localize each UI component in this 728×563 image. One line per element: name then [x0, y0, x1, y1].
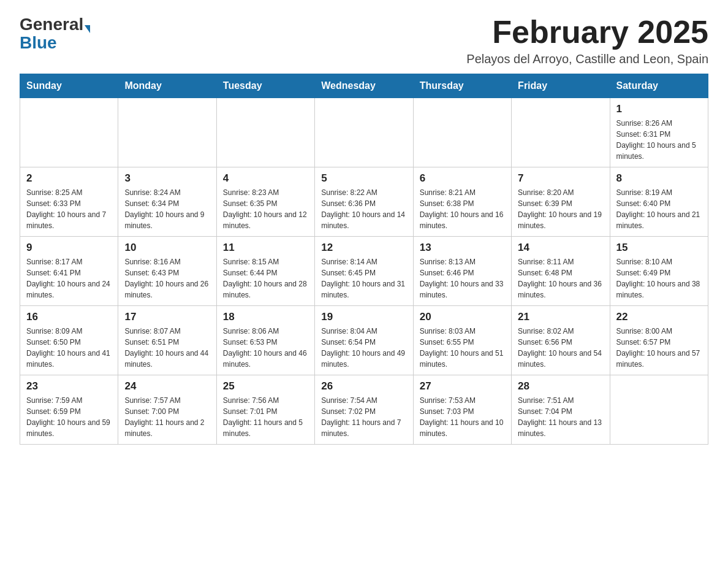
day-detail: Sunrise: 8:07 AMSunset: 6:51 PMDaylight:…: [124, 326, 210, 370]
day-detail: Sunrise: 8:23 AMSunset: 6:35 PMDaylight:…: [223, 187, 308, 231]
calendar-cell: 8Sunrise: 8:19 AMSunset: 6:40 PMDaylight…: [610, 167, 708, 237]
calendar-week-row: 23Sunrise: 7:59 AMSunset: 6:59 PMDayligh…: [20, 375, 708, 445]
calendar-cell: 12Sunrise: 8:14 AMSunset: 6:45 PMDayligh…: [315, 237, 413, 306]
calendar-cell: 1Sunrise: 8:26 AMSunset: 6:31 PMDaylight…: [610, 98, 708, 167]
calendar-cell: 5Sunrise: 8:22 AMSunset: 6:36 PMDaylight…: [315, 167, 413, 237]
location-subtitle: Pelayos del Arroyo, Castille and Leon, S…: [466, 52, 708, 66]
day-number: 12: [321, 242, 406, 254]
title-area: February 2025 Pelayos del Arroyo, Castil…: [466, 15, 708, 66]
calendar-cell: 3Sunrise: 8:24 AMSunset: 6:34 PMDaylight…: [118, 167, 216, 237]
day-detail: Sunrise: 8:11 AMSunset: 6:48 PMDaylight:…: [518, 256, 603, 301]
calendar-cell: [20, 98, 118, 167]
day-detail: Sunrise: 8:00 AMSunset: 6:57 PMDaylight:…: [616, 326, 702, 370]
calendar-cell: 15Sunrise: 8:10 AMSunset: 6:49 PMDayligh…: [610, 237, 708, 306]
day-detail: Sunrise: 7:57 AMSunset: 7:00 PMDaylight:…: [124, 395, 210, 439]
day-number: 16: [26, 311, 112, 323]
day-detail: Sunrise: 8:02 AMSunset: 6:56 PMDaylight:…: [518, 326, 603, 370]
page-header: General Blue February 2025 Pelayos del A…: [20, 15, 708, 66]
day-detail: Sunrise: 8:10 AMSunset: 6:49 PMDaylight:…: [616, 256, 702, 301]
day-detail: Sunrise: 7:56 AMSunset: 7:01 PMDaylight:…: [223, 395, 308, 439]
day-number: 19: [321, 311, 406, 323]
day-number: 26: [321, 380, 406, 393]
calendar-cell: 22Sunrise: 8:00 AMSunset: 6:57 PMDayligh…: [610, 306, 708, 375]
day-number: 8: [616, 172, 702, 185]
logo-triangle-icon: [85, 25, 90, 33]
day-number: 9: [26, 242, 112, 254]
calendar-week-row: 1Sunrise: 8:26 AMSunset: 6:31 PMDaylight…: [20, 98, 708, 167]
day-number: 15: [616, 242, 702, 254]
day-detail: Sunrise: 8:20 AMSunset: 6:39 PMDaylight:…: [518, 187, 603, 231]
day-number: 24: [124, 380, 210, 393]
logo: General Blue: [20, 15, 91, 52]
day-number: 23: [26, 380, 112, 393]
day-detail: Sunrise: 8:16 AMSunset: 6:43 PMDaylight:…: [124, 256, 210, 301]
day-detail: Sunrise: 8:22 AMSunset: 6:36 PMDaylight:…: [321, 187, 406, 231]
day-number: 4: [223, 172, 308, 185]
day-number: 28: [518, 380, 603, 393]
day-number: 25: [223, 380, 308, 393]
calendar-cell: 21Sunrise: 8:02 AMSunset: 6:56 PMDayligh…: [512, 306, 610, 375]
day-number: 7: [518, 172, 603, 185]
day-number: 14: [518, 242, 603, 254]
calendar-cell: 17Sunrise: 8:07 AMSunset: 6:51 PMDayligh…: [118, 306, 216, 375]
day-detail: Sunrise: 7:51 AMSunset: 7:04 PMDaylight:…: [518, 395, 603, 439]
day-detail: Sunrise: 8:04 AMSunset: 6:54 PMDaylight:…: [321, 326, 406, 370]
day-number: 1: [616, 103, 702, 115]
calendar-week-row: 2Sunrise: 8:25 AMSunset: 6:33 PMDaylight…: [20, 167, 708, 237]
day-number: 2: [26, 172, 112, 185]
logo-text: General: [20, 15, 91, 34]
calendar-cell: 2Sunrise: 8:25 AMSunset: 6:33 PMDaylight…: [20, 167, 118, 237]
calendar-cell: 26Sunrise: 7:54 AMSunset: 7:02 PMDayligh…: [315, 375, 413, 445]
day-detail: Sunrise: 8:25 AMSunset: 6:33 PMDaylight:…: [26, 187, 112, 231]
day-number: 20: [420, 311, 505, 323]
calendar-cell: 16Sunrise: 8:09 AMSunset: 6:50 PMDayligh…: [20, 306, 118, 375]
calendar-cell: 18Sunrise: 8:06 AMSunset: 6:53 PMDayligh…: [216, 306, 314, 375]
day-detail: Sunrise: 8:03 AMSunset: 6:55 PMDaylight:…: [420, 326, 505, 370]
day-number: 22: [616, 311, 702, 323]
calendar-cell: 7Sunrise: 8:20 AMSunset: 6:39 PMDaylight…: [512, 167, 610, 237]
calendar-cell: 4Sunrise: 8:23 AMSunset: 6:35 PMDaylight…: [216, 167, 314, 237]
calendar-cell: [315, 98, 413, 167]
header-monday: Monday: [118, 74, 216, 98]
calendar-cell: 11Sunrise: 8:15 AMSunset: 6:44 PMDayligh…: [216, 237, 314, 306]
day-number: 13: [420, 242, 505, 254]
header-saturday: Saturday: [610, 74, 708, 98]
day-number: 10: [124, 242, 210, 254]
header-thursday: Thursday: [413, 74, 511, 98]
header-sunday: Sunday: [20, 74, 118, 98]
day-detail: Sunrise: 8:13 AMSunset: 6:46 PMDaylight:…: [420, 256, 505, 301]
calendar-cell: 19Sunrise: 8:04 AMSunset: 6:54 PMDayligh…: [315, 306, 413, 375]
day-detail: Sunrise: 7:53 AMSunset: 7:03 PMDaylight:…: [420, 395, 505, 439]
calendar-cell: 23Sunrise: 7:59 AMSunset: 6:59 PMDayligh…: [20, 375, 118, 445]
day-detail: Sunrise: 8:21 AMSunset: 6:38 PMDaylight:…: [420, 187, 505, 231]
calendar-week-row: 9Sunrise: 8:17 AMSunset: 6:41 PMDaylight…: [20, 237, 708, 306]
calendar-cell: 13Sunrise: 8:13 AMSunset: 6:46 PMDayligh…: [413, 237, 511, 306]
calendar-cell: [118, 98, 216, 167]
header-wednesday: Wednesday: [315, 74, 413, 98]
day-number: 18: [223, 311, 308, 323]
day-detail: Sunrise: 8:24 AMSunset: 6:34 PMDaylight:…: [124, 187, 210, 231]
calendar-cell: 25Sunrise: 7:56 AMSunset: 7:01 PMDayligh…: [216, 375, 314, 445]
day-detail: Sunrise: 7:59 AMSunset: 6:59 PMDaylight:…: [26, 395, 112, 439]
calendar-cell: 10Sunrise: 8:16 AMSunset: 6:43 PMDayligh…: [118, 237, 216, 306]
day-detail: Sunrise: 8:26 AMSunset: 6:31 PMDaylight:…: [616, 118, 702, 162]
calendar-cell: 9Sunrise: 8:17 AMSunset: 6:41 PMDaylight…: [20, 237, 118, 306]
calendar-cell: 27Sunrise: 7:53 AMSunset: 7:03 PMDayligh…: [413, 375, 511, 445]
calendar-week-row: 16Sunrise: 8:09 AMSunset: 6:50 PMDayligh…: [20, 306, 708, 375]
calendar-cell: [610, 375, 708, 445]
calendar-cell: 14Sunrise: 8:11 AMSunset: 6:48 PMDayligh…: [512, 237, 610, 306]
day-detail: Sunrise: 8:09 AMSunset: 6:50 PMDaylight:…: [26, 326, 112, 370]
day-detail: Sunrise: 8:06 AMSunset: 6:53 PMDaylight:…: [223, 326, 308, 370]
day-number: 21: [518, 311, 603, 323]
day-detail: Sunrise: 8:17 AMSunset: 6:41 PMDaylight:…: [26, 256, 112, 301]
day-number: 11: [223, 242, 308, 254]
calendar-cell: [413, 98, 511, 167]
calendar-cell: 20Sunrise: 8:03 AMSunset: 6:55 PMDayligh…: [413, 306, 511, 375]
logo-general: General: [20, 15, 83, 34]
day-number: 3: [124, 172, 210, 185]
calendar-cell: [512, 98, 610, 167]
day-number: 27: [420, 380, 505, 393]
day-number: 5: [321, 172, 406, 185]
calendar-cell: 28Sunrise: 7:51 AMSunset: 7:04 PMDayligh…: [512, 375, 610, 445]
logo-blue-text: Blue: [20, 34, 57, 52]
